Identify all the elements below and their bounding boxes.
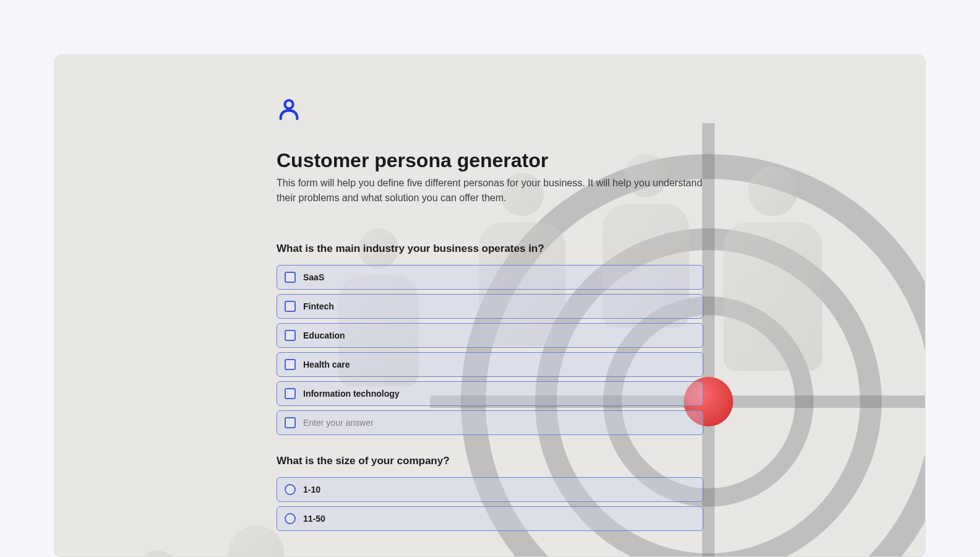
radio-icon	[285, 484, 296, 495]
option-label: Education	[303, 330, 345, 340]
option-label: Health care	[303, 360, 350, 369]
checkbox-icon	[285, 272, 296, 283]
question-label-company-size: What is the size of your company?	[277, 455, 703, 467]
checkbox-icon	[285, 359, 296, 370]
option-label: SaaS	[303, 272, 324, 282]
option-education[interactable]: Education	[277, 323, 703, 348]
form-title: Customer persona generator	[277, 149, 703, 172]
option-fintech[interactable]: Fintech	[277, 294, 703, 319]
option-saas[interactable]: SaaS	[277, 265, 703, 290]
checkbox-icon	[285, 330, 296, 341]
form-content: Customer persona generator This form wil…	[277, 55, 703, 531]
option-health-care[interactable]: Health care	[277, 352, 703, 377]
option-label: 1-10	[303, 485, 320, 494]
question-industry: What is the main industry your business …	[277, 243, 703, 435]
checkbox-icon	[285, 388, 296, 399]
option-size-11-50[interactable]: 11-50	[277, 506, 703, 531]
checkbox-icon	[285, 301, 296, 312]
radio-icon	[285, 513, 296, 524]
option-label: Fintech	[303, 301, 334, 311]
option-information-technology[interactable]: Information technology	[277, 381, 703, 406]
question-label-industry: What is the main industry your business …	[277, 243, 703, 255]
person-icon	[277, 97, 703, 124]
custom-answer-input[interactable]	[303, 418, 695, 428]
svg-point-0	[285, 100, 293, 108]
form-card: Customer persona generator This form wil…	[54, 54, 926, 557]
checkbox-icon	[285, 417, 296, 428]
option-custom-answer[interactable]	[277, 410, 703, 435]
form-description: This form will help you define five diff…	[277, 176, 703, 205]
option-label: 11-50	[303, 514, 325, 524]
option-size-1-10[interactable]: 1-10	[277, 477, 703, 502]
option-label: Information technology	[303, 389, 400, 399]
question-company-size: What is the size of your company? 1-10 1…	[277, 455, 703, 531]
